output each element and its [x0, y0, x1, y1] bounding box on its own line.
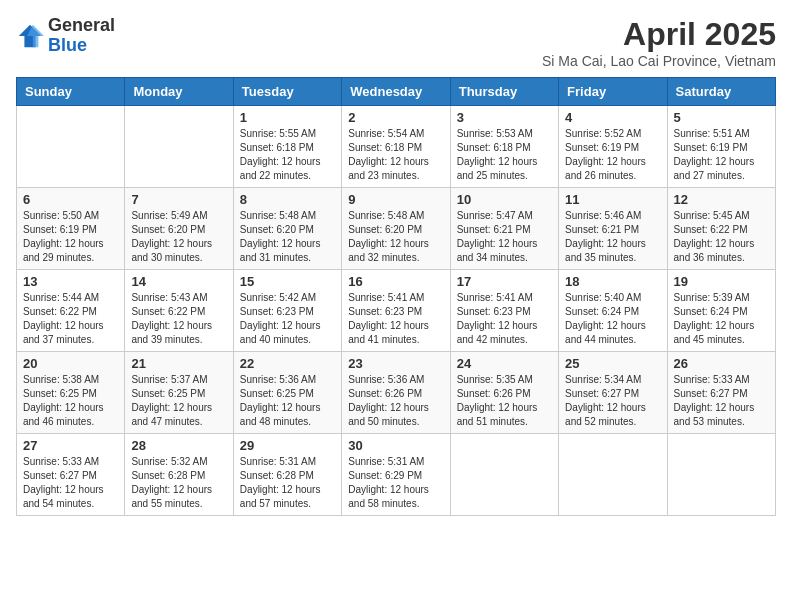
day-number: 10	[457, 192, 552, 207]
calendar-cell: 21Sunrise: 5:37 AM Sunset: 6:25 PM Dayli…	[125, 352, 233, 434]
calendar-cell: 6Sunrise: 5:50 AM Sunset: 6:19 PM Daylig…	[17, 188, 125, 270]
day-number: 27	[23, 438, 118, 453]
calendar-cell: 13Sunrise: 5:44 AM Sunset: 6:22 PM Dayli…	[17, 270, 125, 352]
calendar-cell: 2Sunrise: 5:54 AM Sunset: 6:18 PM Daylig…	[342, 106, 450, 188]
calendar-cell	[125, 106, 233, 188]
page-header: General Blue April 2025 Si Ma Cai, Lao C…	[16, 16, 776, 69]
day-info: Sunrise: 5:48 AM Sunset: 6:20 PM Dayligh…	[348, 209, 443, 265]
calendar-cell: 11Sunrise: 5:46 AM Sunset: 6:21 PM Dayli…	[559, 188, 667, 270]
day-number: 3	[457, 110, 552, 125]
day-info: Sunrise: 5:45 AM Sunset: 6:22 PM Dayligh…	[674, 209, 769, 265]
day-info: Sunrise: 5:31 AM Sunset: 6:28 PM Dayligh…	[240, 455, 335, 511]
day-info: Sunrise: 5:37 AM Sunset: 6:25 PM Dayligh…	[131, 373, 226, 429]
day-info: Sunrise: 5:41 AM Sunset: 6:23 PM Dayligh…	[348, 291, 443, 347]
day-number: 9	[348, 192, 443, 207]
day-number: 4	[565, 110, 660, 125]
day-info: Sunrise: 5:31 AM Sunset: 6:29 PM Dayligh…	[348, 455, 443, 511]
day-number: 6	[23, 192, 118, 207]
calendar-cell: 3Sunrise: 5:53 AM Sunset: 6:18 PM Daylig…	[450, 106, 558, 188]
day-info: Sunrise: 5:46 AM Sunset: 6:21 PM Dayligh…	[565, 209, 660, 265]
calendar-cell: 30Sunrise: 5:31 AM Sunset: 6:29 PM Dayli…	[342, 434, 450, 516]
day-number: 23	[348, 356, 443, 371]
day-info: Sunrise: 5:48 AM Sunset: 6:20 PM Dayligh…	[240, 209, 335, 265]
calendar-cell: 25Sunrise: 5:34 AM Sunset: 6:27 PM Dayli…	[559, 352, 667, 434]
day-number: 16	[348, 274, 443, 289]
day-info: Sunrise: 5:52 AM Sunset: 6:19 PM Dayligh…	[565, 127, 660, 183]
calendar-cell: 24Sunrise: 5:35 AM Sunset: 6:26 PM Dayli…	[450, 352, 558, 434]
day-number: 14	[131, 274, 226, 289]
day-number: 8	[240, 192, 335, 207]
calendar-cell: 8Sunrise: 5:48 AM Sunset: 6:20 PM Daylig…	[233, 188, 341, 270]
col-header-wednesday: Wednesday	[342, 78, 450, 106]
day-info: Sunrise: 5:33 AM Sunset: 6:27 PM Dayligh…	[674, 373, 769, 429]
calendar-cell: 4Sunrise: 5:52 AM Sunset: 6:19 PM Daylig…	[559, 106, 667, 188]
calendar-cell: 14Sunrise: 5:43 AM Sunset: 6:22 PM Dayli…	[125, 270, 233, 352]
calendar-cell: 20Sunrise: 5:38 AM Sunset: 6:25 PM Dayli…	[17, 352, 125, 434]
day-info: Sunrise: 5:55 AM Sunset: 6:18 PM Dayligh…	[240, 127, 335, 183]
calendar-cell	[667, 434, 775, 516]
calendar-cell	[559, 434, 667, 516]
calendar-cell: 16Sunrise: 5:41 AM Sunset: 6:23 PM Dayli…	[342, 270, 450, 352]
logo-icon	[16, 22, 44, 50]
day-info: Sunrise: 5:34 AM Sunset: 6:27 PM Dayligh…	[565, 373, 660, 429]
col-header-monday: Monday	[125, 78, 233, 106]
day-number: 7	[131, 192, 226, 207]
day-number: 26	[674, 356, 769, 371]
calendar-cell: 23Sunrise: 5:36 AM Sunset: 6:26 PM Dayli…	[342, 352, 450, 434]
day-info: Sunrise: 5:50 AM Sunset: 6:19 PM Dayligh…	[23, 209, 118, 265]
day-number: 13	[23, 274, 118, 289]
day-number: 17	[457, 274, 552, 289]
calendar-week-3: 13Sunrise: 5:44 AM Sunset: 6:22 PM Dayli…	[17, 270, 776, 352]
calendar-cell: 26Sunrise: 5:33 AM Sunset: 6:27 PM Dayli…	[667, 352, 775, 434]
month-title: April 2025	[542, 16, 776, 53]
day-number: 15	[240, 274, 335, 289]
day-info: Sunrise: 5:42 AM Sunset: 6:23 PM Dayligh…	[240, 291, 335, 347]
calendar-header-row: SundayMondayTuesdayWednesdayThursdayFrid…	[17, 78, 776, 106]
day-info: Sunrise: 5:53 AM Sunset: 6:18 PM Dayligh…	[457, 127, 552, 183]
location-title: Si Ma Cai, Lao Cai Province, Vietnam	[542, 53, 776, 69]
day-info: Sunrise: 5:39 AM Sunset: 6:24 PM Dayligh…	[674, 291, 769, 347]
calendar-cell	[450, 434, 558, 516]
day-number: 21	[131, 356, 226, 371]
col-header-saturday: Saturday	[667, 78, 775, 106]
col-header-sunday: Sunday	[17, 78, 125, 106]
calendar-table: SundayMondayTuesdayWednesdayThursdayFrid…	[16, 77, 776, 516]
logo-text: General Blue	[48, 16, 115, 56]
calendar-cell: 1Sunrise: 5:55 AM Sunset: 6:18 PM Daylig…	[233, 106, 341, 188]
day-info: Sunrise: 5:36 AM Sunset: 6:26 PM Dayligh…	[348, 373, 443, 429]
calendar-cell: 18Sunrise: 5:40 AM Sunset: 6:24 PM Dayli…	[559, 270, 667, 352]
day-info: Sunrise: 5:38 AM Sunset: 6:25 PM Dayligh…	[23, 373, 118, 429]
day-info: Sunrise: 5:32 AM Sunset: 6:28 PM Dayligh…	[131, 455, 226, 511]
day-info: Sunrise: 5:40 AM Sunset: 6:24 PM Dayligh…	[565, 291, 660, 347]
calendar-cell: 22Sunrise: 5:36 AM Sunset: 6:25 PM Dayli…	[233, 352, 341, 434]
day-number: 12	[674, 192, 769, 207]
col-header-friday: Friday	[559, 78, 667, 106]
col-header-thursday: Thursday	[450, 78, 558, 106]
calendar-week-2: 6Sunrise: 5:50 AM Sunset: 6:19 PM Daylig…	[17, 188, 776, 270]
day-info: Sunrise: 5:51 AM Sunset: 6:19 PM Dayligh…	[674, 127, 769, 183]
day-info: Sunrise: 5:33 AM Sunset: 6:27 PM Dayligh…	[23, 455, 118, 511]
day-info: Sunrise: 5:44 AM Sunset: 6:22 PM Dayligh…	[23, 291, 118, 347]
day-number: 5	[674, 110, 769, 125]
day-number: 1	[240, 110, 335, 125]
calendar-cell: 28Sunrise: 5:32 AM Sunset: 6:28 PM Dayli…	[125, 434, 233, 516]
col-header-tuesday: Tuesday	[233, 78, 341, 106]
day-info: Sunrise: 5:36 AM Sunset: 6:25 PM Dayligh…	[240, 373, 335, 429]
day-number: 22	[240, 356, 335, 371]
day-info: Sunrise: 5:41 AM Sunset: 6:23 PM Dayligh…	[457, 291, 552, 347]
day-number: 20	[23, 356, 118, 371]
day-info: Sunrise: 5:54 AM Sunset: 6:18 PM Dayligh…	[348, 127, 443, 183]
day-info: Sunrise: 5:43 AM Sunset: 6:22 PM Dayligh…	[131, 291, 226, 347]
day-number: 28	[131, 438, 226, 453]
calendar-cell: 10Sunrise: 5:47 AM Sunset: 6:21 PM Dayli…	[450, 188, 558, 270]
calendar-cell: 29Sunrise: 5:31 AM Sunset: 6:28 PM Dayli…	[233, 434, 341, 516]
calendar-cell: 27Sunrise: 5:33 AM Sunset: 6:27 PM Dayli…	[17, 434, 125, 516]
calendar-week-4: 20Sunrise: 5:38 AM Sunset: 6:25 PM Dayli…	[17, 352, 776, 434]
calendar-cell	[17, 106, 125, 188]
calendar-cell: 5Sunrise: 5:51 AM Sunset: 6:19 PM Daylig…	[667, 106, 775, 188]
logo: General Blue	[16, 16, 115, 56]
day-number: 25	[565, 356, 660, 371]
title-area: April 2025 Si Ma Cai, Lao Cai Province, …	[542, 16, 776, 69]
calendar-cell: 19Sunrise: 5:39 AM Sunset: 6:24 PM Dayli…	[667, 270, 775, 352]
day-number: 19	[674, 274, 769, 289]
